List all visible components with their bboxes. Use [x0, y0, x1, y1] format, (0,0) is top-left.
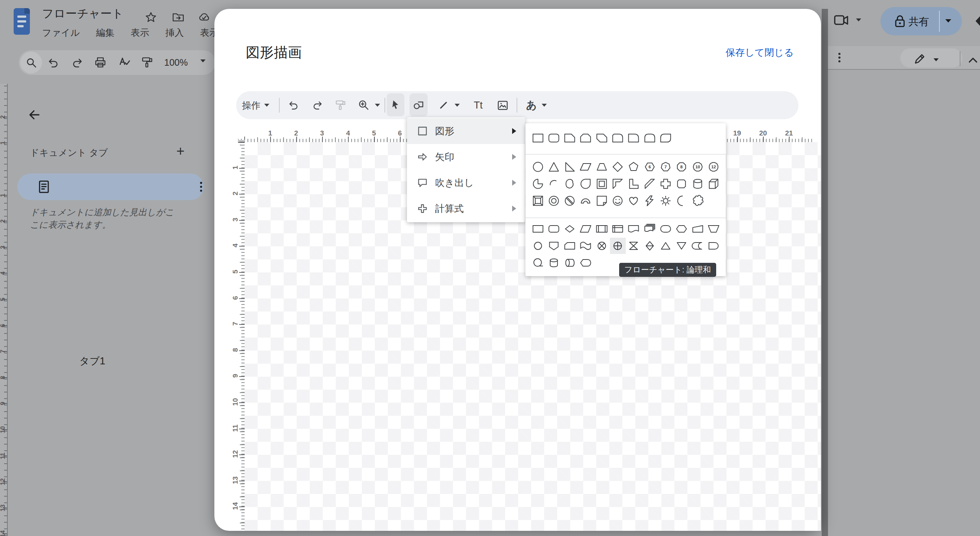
shape-fc-display[interactable] [578, 255, 594, 271]
shape-tool-button[interactable] [410, 93, 428, 116]
shape-round-single-corner[interactable] [626, 130, 642, 146]
menu-item-callouts[interactable]: 吹き出し [407, 170, 525, 196]
zoom-tool-button[interactable] [353, 94, 374, 116]
shape-heart[interactable] [626, 193, 642, 209]
shape-fc-manual-input[interactable] [690, 221, 705, 237]
shape-fc-direct-access-storage[interactable] [562, 255, 578, 271]
shape-frame[interactable] [594, 176, 609, 192]
shape-fc-delay[interactable] [705, 238, 721, 254]
actions-menu-button[interactable]: 操作 [242, 91, 269, 119]
shape-rectangle[interactable] [530, 130, 546, 146]
shape-fc-magnetic-disk[interactable] [546, 255, 562, 271]
back-arrow-icon[interactable] [27, 108, 41, 122]
zoom-tool-caret-icon[interactable] [375, 91, 380, 119]
paint-format-icon[interactable] [141, 56, 154, 69]
share-button[interactable]: 共有 [880, 7, 962, 35]
line-tool-button[interactable] [434, 94, 453, 116]
shape-fc-terminator[interactable] [657, 221, 673, 237]
shape-pentagon[interactable] [626, 159, 642, 175]
shape-parallelogram[interactable] [578, 159, 594, 175]
shape-fc-predefined-process[interactable] [594, 221, 609, 237]
shape-round-diagonal-corners[interactable] [657, 130, 673, 146]
shape-fc-punched-tape[interactable] [578, 238, 594, 254]
shape-fc-stored-data[interactable] [690, 238, 705, 254]
shape-right-triangle[interactable] [562, 159, 578, 175]
shape-sun[interactable] [657, 193, 673, 209]
shape-cloud[interactable] [690, 193, 705, 209]
shape-triangle[interactable] [546, 159, 562, 175]
shape-fc-summing-junction[interactable] [594, 238, 609, 254]
shape-teardrop[interactable] [578, 176, 594, 192]
select-tool-button[interactable] [387, 93, 404, 116]
text-box-button[interactable]: Tt [467, 94, 489, 116]
shape-snip-same-side-corners[interactable] [578, 130, 594, 146]
document-title[interactable]: フローチャート [42, 6, 124, 21]
menu-edit[interactable]: 編集 [96, 27, 115, 39]
undo-button[interactable] [283, 94, 305, 116]
shape-dodecagon[interactable]: 12 [705, 159, 721, 175]
shape-fc-decision[interactable] [562, 221, 578, 237]
redo-button[interactable] [306, 94, 328, 116]
shape-fc-merge[interactable] [674, 238, 690, 254]
zoom-caret-icon[interactable] [200, 59, 205, 62]
shape-fc-manual-operation[interactable] [705, 221, 721, 237]
redo-icon[interactable] [71, 56, 83, 69]
sidebar-tab-item[interactable]: タブ1 [18, 174, 204, 200]
page-scrollbar[interactable] [822, 9, 828, 536]
menu-view[interactable]: 表示 [130, 27, 149, 39]
undo-icon[interactable] [47, 56, 60, 69]
docs-logo-icon[interactable] [14, 8, 30, 35]
shape-fc-document[interactable] [626, 221, 642, 237]
shape-snip-diagonal-corners[interactable] [594, 130, 609, 146]
shape-fc-sort[interactable] [642, 238, 657, 254]
zoom-level[interactable]: 100% [164, 57, 188, 68]
move-folder-icon[interactable] [172, 11, 185, 24]
video-call-caret-icon[interactable] [856, 18, 861, 21]
shape-octagon[interactable]: 8 [674, 159, 690, 175]
shape-decagon[interactable]: 10 [690, 159, 705, 175]
editing-mode-pencil-icon[interactable] [913, 52, 927, 66]
more-options-icon[interactable] [832, 51, 846, 65]
shape-fc-data[interactable] [578, 221, 594, 237]
shape-round-same-side-corners[interactable] [642, 130, 657, 146]
search-icon[interactable] [25, 56, 38, 69]
share-caret-icon[interactable] [945, 19, 951, 22]
menu-insert[interactable]: 挿入 [165, 27, 184, 39]
shape-cross[interactable] [657, 176, 673, 192]
shape-fc-internal-storage[interactable] [610, 221, 626, 237]
shape-fc-or[interactable] [610, 238, 626, 254]
menu-item-equation[interactable]: 計算式 [407, 196, 525, 222]
shape-smiley[interactable] [610, 193, 626, 209]
add-tab-button[interactable]: + [177, 143, 185, 159]
shape-plaque[interactable] [674, 176, 690, 192]
shape-lightning-bolt[interactable] [642, 193, 657, 209]
shape-fc-sequential-storage[interactable] [530, 255, 546, 271]
shape-snip-single-corner[interactable] [562, 130, 578, 146]
shape-fc-alternate-process[interactable] [546, 221, 562, 237]
menu-item-arrows[interactable]: 矢印 [407, 144, 525, 170]
menu-format[interactable]: 表示形式 [200, 27, 215, 39]
shape-l-shape[interactable] [626, 176, 642, 192]
shape-fc-connector[interactable] [530, 238, 546, 254]
shape-arc[interactable] [546, 176, 562, 192]
shape-diagonal-stripe[interactable] [642, 176, 657, 192]
furigana-button[interactable]: あ [522, 94, 541, 116]
print-icon[interactable] [94, 56, 107, 69]
editing-mode-caret-icon[interactable] [934, 58, 939, 61]
shape-fc-collate[interactable] [626, 238, 642, 254]
shape-corner[interactable] [610, 176, 626, 192]
shape-fc-card[interactable] [562, 238, 578, 254]
shape-fc-extract[interactable] [657, 238, 673, 254]
shape-pie[interactable] [530, 176, 546, 192]
shape-fc-process[interactable] [530, 221, 546, 237]
line-tool-caret-icon[interactable] [455, 91, 460, 119]
shape-can[interactable] [690, 176, 705, 192]
shape-diamond[interactable] [610, 159, 626, 175]
shape-heptagon[interactable]: 7 [657, 159, 673, 175]
shape-blob[interactable] [562, 176, 578, 192]
tab-overflow-icon[interactable] [194, 179, 208, 194]
shape-fc-preparation[interactable] [674, 221, 690, 237]
save-and-close-button[interactable]: 保存して閉じる [720, 46, 794, 59]
menu-file[interactable]: ファイル [42, 27, 80, 39]
shape-trapezoid[interactable] [594, 159, 609, 175]
